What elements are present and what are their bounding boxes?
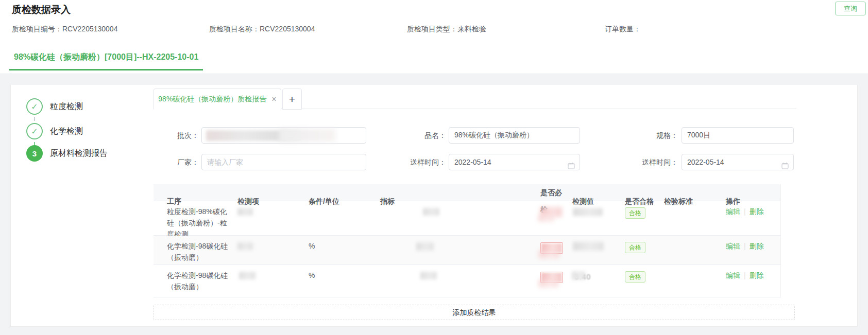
date-value: 2022-05-14 <box>687 154 724 170</box>
step-label: 原材料检测报告 <box>50 148 108 159</box>
delete-link[interactable]: 删除 <box>750 207 764 216</box>
redacted-value <box>538 215 554 222</box>
table-row: 化学检测-98碳化硅（振动磨） % 3.40 合格 编辑|删除 <box>154 265 780 297</box>
standard-cell <box>661 236 723 268</box>
indicator-cell <box>378 236 538 268</box>
batch-label: 批次： <box>152 127 199 144</box>
main-card: ✓ 粒度检测 ✓ 化学检测 3 原材料检测报告 98%碳化硅（振动磨粉）质检报告… <box>10 85 858 327</box>
qualified-badge: 合格 <box>625 207 645 219</box>
step-check-icon: ✓ <box>26 123 43 139</box>
redacted-value <box>423 208 439 216</box>
required-cell <box>538 265 570 297</box>
required-cell <box>538 236 570 268</box>
process-cell: 化学检测-98碳化硅（振动磨） <box>154 265 235 297</box>
table-row: 粒度检测-98%碳化硅（振动磨粉）-粒度检测 合格 编辑|删除 <box>154 201 780 236</box>
info-value: 来料检验 <box>457 25 486 33</box>
sample-time-1-input[interactable]: 2022-05-14 <box>449 154 580 170</box>
add-tab-button[interactable]: + <box>282 89 302 110</box>
redacted-value <box>237 208 253 216</box>
actions-cell: 编辑|删除 <box>723 236 781 268</box>
spec-label: 规格： <box>632 127 678 144</box>
calendar-icon <box>568 159 575 174</box>
redacted-value <box>539 279 558 287</box>
info-label: 订单数量： <box>605 25 641 33</box>
close-icon[interactable]: × <box>271 95 276 103</box>
actions-cell: 编辑|删除 <box>723 265 781 297</box>
product-name-input[interactable] <box>449 127 580 144</box>
project-info-row: 质检项目编号：RCV2205130004 质检项目名称：RCV220513000… <box>12 25 857 34</box>
value-cell <box>570 236 622 268</box>
redacted-value <box>539 250 559 258</box>
redacted-value <box>573 208 603 216</box>
info-label: 质检项目类型： <box>407 25 457 33</box>
unit-cell: % <box>306 236 378 268</box>
vendor-label: 厂家： <box>152 154 199 170</box>
plus-icon: + <box>289 93 295 105</box>
delete-link[interactable]: 删除 <box>750 271 764 279</box>
calendar-icon <box>781 159 789 174</box>
redacted-value <box>420 272 437 279</box>
action-divider: | <box>744 207 746 216</box>
tab-report-active[interactable]: 98%碳化硅（振动磨粉）质检报告 × <box>154 89 281 110</box>
info-value: RCV2205130004 <box>62 25 117 33</box>
step-check-icon: ✓ <box>26 98 43 115</box>
qualified-badge: 合格 <box>625 242 645 253</box>
tab-title: 98%碳化硅（振动磨粉）质检报告 <box>158 95 266 104</box>
table-header: 工序 检测项 条件/单位 指标 是否必检 检测值 是否合格 检验标准 操作 <box>154 184 780 201</box>
info-order-quantity: 订单数量： <box>605 25 811 34</box>
step-chemical[interactable]: ✓ 化学检测 <box>26 123 83 139</box>
redacted-value <box>416 242 434 251</box>
sample-time-1-label: 送样时间： <box>400 154 446 170</box>
batch-input[interactable] <box>201 127 366 144</box>
qc-results-table: 工序 检测项 条件/单位 指标 是否必检 检测值 是否合格 检验标准 操作 粒度… <box>154 184 781 297</box>
sample-time-2-input[interactable]: 2022-05-14 <box>682 154 794 170</box>
value-cell: 3.40 <box>570 265 622 297</box>
test-item-cell <box>235 265 306 297</box>
process-cell: 化学检测-98碳化硅（振动磨） <box>154 236 235 268</box>
redacted-value <box>572 271 585 280</box>
material-tab[interactable]: 98%碳化硅（振动磨粉）[7000目]--HX-2205-10-01 <box>9 52 203 70</box>
info-label: 质检项目名称： <box>209 25 260 33</box>
qualified-badge: 合格 <box>625 271 645 283</box>
info-value: RCV2205130004 <box>260 25 315 33</box>
page-title: 质检数据录入 <box>12 3 71 16</box>
step-number-badge: 3 <box>26 145 43 162</box>
query-button[interactable]: 查询 <box>835 2 866 15</box>
step-label: 化学检测 <box>50 126 83 137</box>
edit-link[interactable]: 编辑 <box>726 207 740 216</box>
redacted-value <box>279 129 336 142</box>
vendor-input[interactable] <box>201 154 366 170</box>
info-label: 质检项目编号： <box>12 25 62 33</box>
info-project-type: 质检项目类型：来料检验 <box>407 25 605 34</box>
standard-cell <box>661 265 723 297</box>
spec-input[interactable] <box>682 127 794 144</box>
info-project-name: 质检项目名称：RCV2205130004 <box>209 25 407 34</box>
product-name-label: 品名： <box>400 127 446 144</box>
add-qc-result-button[interactable]: 添加质检结果 <box>154 305 795 320</box>
table-row: 化学检测-98碳化硅（振动磨） % 合格 编辑|删除 <box>154 236 780 265</box>
indicator-cell <box>378 265 538 297</box>
action-divider: | <box>744 242 746 250</box>
redacted-value <box>237 242 253 250</box>
qualified-cell: 合格 <box>622 265 661 297</box>
redacted-value <box>239 272 256 279</box>
step-label: 粒度检测 <box>50 101 83 112</box>
step-particle-size[interactable]: ✓ 粒度检测 <box>26 98 83 115</box>
qualified-cell: 合格 <box>622 236 661 268</box>
unit-cell: % <box>306 265 378 297</box>
date-value: 2022-05-14 <box>454 154 491 170</box>
delete-link[interactable]: 删除 <box>750 242 764 250</box>
redacted-value <box>573 242 604 251</box>
test-item-cell <box>235 236 306 268</box>
step-raw-material-report[interactable]: 3 原材料检测报告 <box>26 145 108 162</box>
action-divider: | <box>744 271 746 279</box>
edit-link[interactable]: 编辑 <box>726 271 740 279</box>
info-project-code: 质检项目编号：RCV2205130004 <box>12 25 209 34</box>
sample-time-2-label: 送样时间： <box>632 154 678 170</box>
step-connector <box>34 117 35 121</box>
edit-link[interactable]: 编辑 <box>726 242 740 250</box>
page-header: 质检数据录入 查询 质检项目编号：RCV2205130004 质检项目名称：RC… <box>0 0 868 74</box>
